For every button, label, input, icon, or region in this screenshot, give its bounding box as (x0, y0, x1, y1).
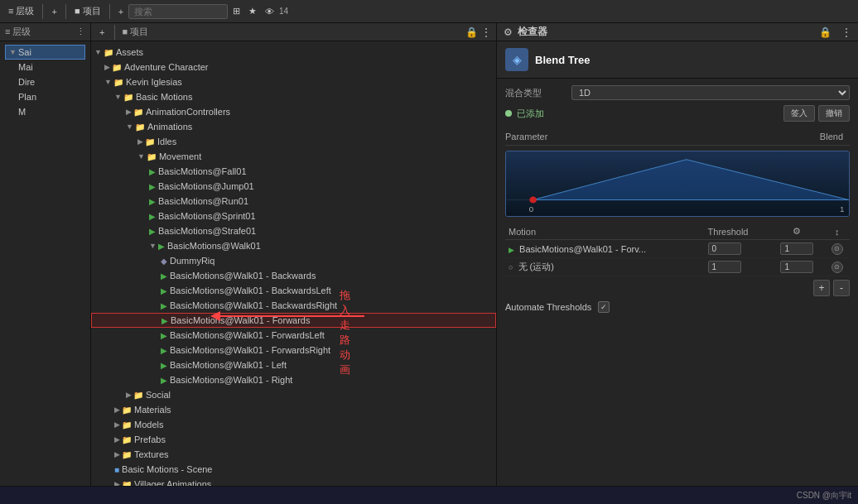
wfr-label: BasicMotions@Walk01 - ForwardsRight (170, 345, 330, 355)
tree-walk01-right[interactable]: ▶ BasicMotions@Walk01 - Right (91, 372, 496, 387)
tree-movement[interactable]: ▼ 📁 Movement (91, 149, 496, 164)
view-toggle[interactable]: ⊞ (229, 4, 243, 18)
motion1-threshold[interactable] (708, 261, 741, 273)
inspector-lock-icon[interactable]: 🔒 (819, 26, 831, 38)
ac2-label: AnimationControllers (146, 107, 230, 117)
search-input[interactable] (128, 4, 228, 19)
automate-label: Automate Thresholds (505, 302, 591, 312)
run01-icon: ▶ (149, 197, 156, 206)
tree-villager[interactable]: ▶ 📁 Villager Animations (91, 477, 496, 486)
col-threshold-header: Threshold (705, 223, 770, 240)
tb-plus[interactable]: + (115, 5, 127, 18)
tree-adventure-character[interactable]: ▶ 📁 Adventure Character (91, 60, 496, 74)
tree-models[interactable]: ▶ 📁 Models (91, 417, 496, 432)
movement-arrow: ▼ (137, 152, 145, 161)
tree-walk01-backwardsleft[interactable]: ▶ BasicMotions@Walk01 - BackwardsLeft (91, 283, 496, 298)
dummyriq-icon: ◆ (161, 257, 167, 266)
tree-fall01[interactable]: ▶ BasicMotions@Fall01 (91, 164, 496, 179)
status-text: CSDN @向宇it (797, 490, 851, 502)
motion0-circle-btn[interactable]: ⊙ (831, 243, 843, 255)
inspector-menu-icon[interactable]: ⋮ (841, 26, 851, 38)
tree-walk01-forwards[interactable]: ▶ BasicMotions@Walk01 - Forwards (91, 313, 496, 328)
assets-arrow: ▼ (94, 48, 102, 56)
star-btn[interactable]: ★ (245, 4, 260, 18)
sign-in-btn[interactable]: 签入 (783, 105, 815, 122)
plan-label: Plan (18, 92, 36, 102)
ac2-folder-icon: 📁 (133, 108, 143, 117)
svg-text:1: 1 (840, 206, 844, 214)
tree-basic-motions-scene[interactable]: ■ Basic Motions - Scene (91, 462, 496, 477)
tree-walk01-folder[interactable]: ▼ ▶ BasicMotions@Walk01 (91, 238, 496, 253)
wf-label: BasicMotions@Walk01 - Forwards (171, 315, 310, 325)
tree-jump01[interactable]: ▶ BasicMotions@Jump01 (91, 179, 496, 194)
project-add-btn[interactable]: + (96, 26, 108, 39)
hierarchy-mai[interactable]: Mai (5, 60, 85, 74)
tree-anim-controllers[interactable]: ▶ 📁 AnimationControllers (91, 104, 496, 119)
tree-strafe01[interactable]: ▶ BasicMotions@Strafe01 (91, 223, 496, 238)
tex-label: Textures (134, 449, 169, 459)
fall01-icon: ▶ (149, 167, 156, 176)
dire-label: Dire (18, 77, 35, 87)
col-motion-header: Motion (505, 223, 705, 240)
kevin-arrow: ▼ (104, 78, 112, 86)
add-motion-btn[interactable]: + (813, 280, 830, 296)
tree-walk01-left[interactable]: ▶ BasicMotions@Walk01 - Left (91, 358, 496, 372)
movement-label: Movement (159, 151, 201, 161)
hierarchy-sai: ▼ Sai Mai Dire Plan M (0, 41, 90, 122)
hierarchy-sai-item[interactable]: ▼ Sai (5, 45, 85, 60)
blend-tree-icon: ◈ (505, 48, 528, 71)
blend-header-label: Blend (820, 132, 843, 142)
tree-walk01-forwardsleft[interactable]: ▶ BasicMotions@Walk01 - ForwardsLeft (91, 328, 496, 343)
remove-motion-btn[interactable]: - (833, 280, 850, 296)
project-btn[interactable]: ■ 项目 (71, 3, 104, 19)
vil-label: Villager Animations (134, 479, 211, 486)
tex-folder-icon: 📁 (122, 450, 132, 459)
project-menu[interactable]: ⋮ (481, 26, 491, 38)
tree-dummyriq[interactable]: ◆ DummyRiq (91, 253, 496, 268)
wfl-icon: ▶ (161, 331, 167, 340)
automate-checkbox[interactable]: ✓ (598, 301, 610, 313)
anims-folder-icon: 📁 (135, 122, 145, 132)
col-icon1-header: ⚙ (769, 223, 824, 240)
motion1-speed[interactable] (780, 261, 813, 273)
mat-arrow: ▶ (114, 406, 120, 414)
hierarchy-m[interactable]: M (5, 104, 85, 119)
tree-materials[interactable]: ▶ 📁 Materials (91, 402, 496, 417)
motion0-threshold[interactable] (708, 242, 741, 255)
sprint01-icon: ▶ (149, 212, 156, 221)
tree-animations[interactable]: ▼ 📁 Animations (91, 119, 496, 134)
tree-walk01-backwardsright[interactable]: ▶ BasicMotions@Walk01 - BackwardsRight (91, 298, 496, 313)
tree-social[interactable]: ▶ 📁 Social (91, 387, 496, 402)
tree-textures[interactable]: ▶ 📁 Textures (91, 447, 496, 462)
wbl-label: BasicMotions@Walk01 - BackwardsLeft (170, 286, 331, 295)
wbr-icon: ▶ (161, 301, 167, 310)
assets-label: Assets (116, 47, 143, 57)
social-folder-icon: 📁 (133, 391, 143, 400)
inspector-title-bar: ◈ Blend Tree (497, 41, 858, 79)
tree-walk01-backwards[interactable]: ▶ BasicMotions@Walk01 - Backwards (91, 268, 496, 283)
blend-type-select[interactable]: 1D 2D (571, 85, 850, 100)
ac-arrow: ▶ (104, 63, 110, 71)
fall01-label: BasicMotions@Fall01 (158, 166, 247, 176)
undo-btn[interactable]: 撤销 (818, 105, 850, 122)
tree-sprint01[interactable]: ▶ BasicMotions@Sprint01 (91, 209, 496, 223)
motion1-circle-btn[interactable]: ⊙ (831, 262, 843, 273)
tree-prefabs[interactable]: ▶ 📁 Prefabs (91, 432, 496, 447)
hierarchy-plan[interactable]: Plan (5, 89, 85, 104)
motion0-speed[interactable] (780, 242, 813, 255)
layers-btn[interactable]: ≡ 层级 (5, 3, 37, 19)
project-lock[interactable]: 🔒 (465, 26, 478, 38)
tree-assets[interactable]: ▼ 📁 Assets (91, 45, 496, 60)
tree-walk01-forwardsright[interactable]: ▶ BasicMotions@Walk01 - ForwardsRight (91, 343, 496, 358)
hierarchy-menu[interactable]: ⋮ (76, 26, 85, 37)
vil-arrow: ▶ (114, 480, 120, 486)
tree-run01[interactable]: ▶ BasicMotions@Run01 (91, 194, 496, 209)
hierarchy-dire[interactable]: Dire (5, 74, 85, 89)
add-btn[interactable]: + (48, 5, 60, 18)
pref-folder-icon: 📁 (122, 435, 132, 444)
tree-basic-motions[interactable]: ▼ 📁 Basic Motions (91, 89, 496, 104)
tree-kevin[interactable]: ▼ 📁 Kevin Iglesias (91, 74, 496, 89)
eye-btn[interactable]: 👁 (262, 5, 277, 18)
ac-label: Adventure Character (124, 62, 209, 72)
tree-idles[interactable]: ▶ 📁 Idles (91, 134, 496, 149)
